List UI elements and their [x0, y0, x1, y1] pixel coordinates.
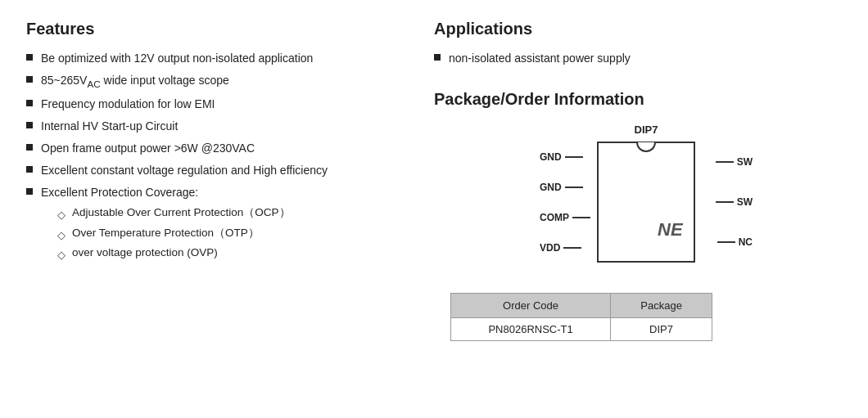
pin-label-sw1: SW	[737, 156, 753, 168]
pin-item-gnd2: GND	[540, 182, 590, 193]
bullet-icon	[26, 100, 33, 106]
pin-label-vdd: VDD	[540, 242, 560, 254]
list-item: Open frame output power >6W @230VAC	[26, 140, 401, 157]
sub-text: Over Temperature Protection（OTP）	[72, 225, 260, 241]
pin-item-sw1: SW	[716, 156, 753, 168]
pin-line	[565, 156, 583, 158]
pin-line	[716, 161, 734, 163]
ic-body: NE	[597, 142, 695, 263]
package-heading: Package/Order Information	[434, 90, 842, 109]
pin-line	[563, 247, 581, 249]
feature-text: 85~265VAC wide input voltage scope	[41, 72, 229, 91]
list-item: Internal HV Start-up Circuit	[26, 118, 401, 135]
applications-heading: Applications	[434, 20, 842, 38]
features-list: Be optimized with 12V output non-isolate…	[26, 50, 401, 264]
sub-list-item: ◇ Adjustable Over Current Protection（OCP…	[41, 205, 291, 221]
dip-label: DIP7	[635, 124, 658, 136]
list-item: Excellent Protection Coverage: ◇ Adjusta…	[26, 184, 401, 264]
pin-label-sw2: SW	[737, 196, 753, 208]
pin-label-gnd1: GND	[540, 151, 562, 163]
feature-text: Internal HV Start-up Circuit	[41, 118, 178, 135]
sub-text: Adjustable Over Current Protection（OCP）	[72, 205, 291, 221]
table-header-row: Order Code Package	[451, 294, 712, 318]
ic-logo: NE	[656, 214, 684, 246]
bullet-icon	[26, 144, 33, 151]
bullet-icon	[26, 166, 33, 173]
pin-label-nc: NC	[739, 236, 753, 248]
feature-text-protection: Excellent Protection Coverage: ◇ Adjusta…	[41, 184, 291, 264]
pin-item-gnd1: GND	[540, 151, 590, 163]
pin-line	[565, 187, 583, 188]
features-heading: Features	[26, 20, 401, 38]
right-pins: SW SW NC	[716, 142, 753, 263]
diamond-icon: ◇	[57, 207, 66, 215]
feature-text: Open frame output power >6W @230VAC	[41, 140, 255, 157]
list-item: Excellent constant voltage regulation an…	[26, 162, 401, 179]
ic-notch	[636, 142, 656, 152]
main-layout: Features Be optimized with 12V output no…	[26, 20, 842, 341]
right-column: Applications non-isolated assistant powe…	[434, 20, 842, 341]
order-table: Order Code Package PN8026RNSC-T1 DIP7	[450, 293, 712, 341]
pin-item-sw2: SW	[716, 196, 753, 208]
pin-item-comp: COMP	[540, 212, 590, 223]
bullet-icon	[434, 54, 441, 61]
left-pins: GND GND COMP VDD	[540, 142, 590, 263]
sub-text: over voltage protection (OVP)	[72, 245, 218, 261]
feature-text: Frequency modulation for low EMI	[41, 96, 215, 113]
sub-protection-list: ◇ Adjustable Over Current Protection（OCP…	[41, 205, 291, 261]
pin-item-vdd: VDD	[540, 242, 590, 254]
applications-section: Applications non-isolated assistant powe…	[434, 20, 842, 67]
ic-diagram: DIP7 NE GND	[540, 124, 753, 275]
table-row: PN8026RNSC-T1 DIP7	[451, 318, 712, 341]
table-cell-order-code: PN8026RNSC-T1	[451, 318, 611, 341]
feature-text: Be optimized with 12V output non-isolate…	[41, 50, 313, 67]
list-item: Be optimized with 12V output non-isolate…	[26, 50, 401, 67]
pin-label-comp: COMP	[540, 212, 569, 223]
diamond-icon: ◇	[57, 227, 66, 236]
svg-text:NE: NE	[658, 219, 684, 240]
pin-item-nc: NC	[716, 236, 753, 248]
table-header-package: Package	[611, 294, 712, 318]
pin-line	[717, 241, 735, 243]
diamond-icon: ◇	[57, 247, 66, 255]
applications-list: non-isolated assistant power supply	[434, 50, 842, 67]
list-item: 85~265VAC wide input voltage scope	[26, 72, 401, 91]
ic-diagram-wrapper: DIP7 NE GND	[434, 124, 842, 275]
bullet-icon	[26, 54, 33, 61]
app-text: non-isolated assistant power supply	[449, 50, 631, 67]
package-section: Package/Order Information DIP7 NE	[434, 90, 842, 341]
bullet-icon	[26, 76, 33, 83]
table-cell-package: DIP7	[611, 318, 712, 341]
features-section: Features Be optimized with 12V output no…	[26, 20, 401, 269]
pin-line	[572, 217, 590, 218]
list-item: non-isolated assistant power supply	[434, 50, 842, 67]
feature-text: Excellent constant voltage regulation an…	[41, 162, 328, 179]
bullet-icon	[26, 188, 33, 195]
sub-list-item: ◇ Over Temperature Protection（OTP）	[41, 225, 291, 241]
list-item: Frequency modulation for low EMI	[26, 96, 401, 113]
table-header-order-code: Order Code	[451, 294, 611, 318]
pin-line	[716, 201, 734, 203]
bullet-icon	[26, 122, 33, 128]
pin-label-gnd2: GND	[540, 182, 562, 193]
sub-list-item: ◇ over voltage protection (OVP)	[41, 245, 291, 261]
